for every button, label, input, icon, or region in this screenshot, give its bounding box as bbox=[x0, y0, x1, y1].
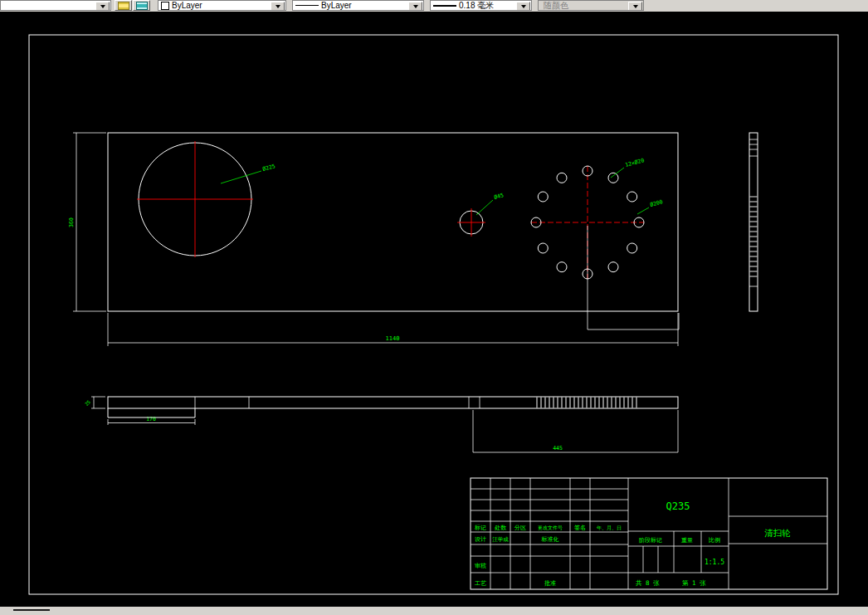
tb-count: 处数 bbox=[495, 525, 507, 531]
color-value: ByLayer bbox=[172, 1, 202, 10]
section-view bbox=[108, 397, 678, 417]
lineweight-preview-icon bbox=[433, 5, 456, 7]
extension-lines bbox=[588, 226, 679, 329]
layer-stack-icon bbox=[118, 2, 129, 10]
chevron-down-icon[interactable] bbox=[408, 2, 422, 11]
callout-bolt-holes: 12×Ø20 bbox=[624, 157, 645, 168]
color-swatch-icon bbox=[161, 2, 169, 10]
layers-icon bbox=[136, 2, 148, 10]
chevron-down-icon[interactable] bbox=[628, 2, 642, 11]
make-object-layer-current-button[interactable] bbox=[115, 0, 132, 11]
tb-designer: 汪学成 bbox=[492, 536, 509, 543]
small-circle bbox=[457, 208, 485, 237]
layer-control[interactable] bbox=[0, 0, 111, 11]
tb-check: 审核 bbox=[475, 563, 486, 569]
chevron-down-icon[interactable] bbox=[95, 2, 110, 11]
linetype-preview-icon bbox=[295, 5, 319, 6]
tb-standardization: 标准化 bbox=[541, 536, 559, 543]
scrollbar-fragment[interactable] bbox=[13, 609, 50, 611]
chevron-down-icon[interactable] bbox=[516, 2, 530, 11]
tb-sheet-number: 第 1 张 bbox=[682, 579, 706, 587]
color-control[interactable]: ByLayer bbox=[158, 0, 286, 11]
lineweight-control[interactable]: 0.18 毫米 bbox=[430, 0, 532, 11]
dim-overall-length: 1140 bbox=[386, 335, 400, 342]
tb-part-name: 清扫轮 bbox=[764, 528, 791, 538]
drawing-canvas[interactable]: 1140 360 170 445 25 Ø225 Ø45 12×Ø20 Ø200 bbox=[0, 12, 868, 607]
large-circle bbox=[137, 141, 253, 257]
tb-mark: 标记 bbox=[474, 525, 486, 531]
tb-approve: 批准 bbox=[544, 580, 556, 587]
chevron-down-icon[interactable] bbox=[271, 2, 285, 11]
tb-design: 设计 bbox=[475, 536, 486, 543]
callout-small-hole: Ø45 bbox=[493, 192, 504, 201]
tb-stage-mark: 阶段标记 bbox=[639, 537, 662, 544]
tb-weight: 重量 bbox=[681, 537, 693, 544]
tb-change-no: 更改文件号 bbox=[538, 525, 563, 530]
tb-scale-label: 比例 bbox=[709, 537, 720, 544]
linetype-control[interactable]: ByLayer bbox=[292, 0, 424, 11]
properties-toolbar: ByLayer ByLayer 0.18 毫米 随颜色 bbox=[0, 0, 868, 12]
main-view bbox=[108, 133, 679, 329]
side-view bbox=[749, 133, 758, 311]
plot-style-control[interactable]: 随颜色 bbox=[538, 0, 644, 11]
callout-leaders: Ø225 Ø45 12×Ø20 Ø200 bbox=[221, 157, 664, 215]
tb-scale-value: 1:1.5 bbox=[705, 559, 724, 566]
tb-process: 工艺 bbox=[475, 580, 486, 587]
tb-date: 年、月、日 bbox=[597, 525, 622, 531]
callout-large-hole: Ø225 bbox=[261, 163, 276, 173]
status-strip bbox=[0, 607, 868, 615]
linetype-value: ByLayer bbox=[321, 1, 352, 10]
drawing-frame bbox=[29, 35, 838, 594]
lineweight-value: 0.18 毫米 bbox=[459, 0, 494, 11]
dim-overall-height: 360 bbox=[68, 217, 75, 227]
tb-sign: 签名 bbox=[574, 525, 586, 531]
layer-previous-button[interactable] bbox=[133, 0, 150, 11]
title-block: 标记 处数 分区 更改文件号 签名 年、月、日 设计 汪学成 标准化 审核 工艺… bbox=[471, 478, 827, 589]
dim-step-width: 170 bbox=[146, 416, 156, 422]
tb-zone: 分区 bbox=[514, 525, 526, 531]
plot-style-value: 随颜色 bbox=[544, 0, 568, 11]
tb-material: Q235 bbox=[666, 500, 690, 512]
dim-hub-width: 445 bbox=[553, 445, 563, 451]
tb-sheet-total: 共 8 张 bbox=[636, 579, 660, 587]
dim-thickness: 25 bbox=[84, 399, 91, 407]
callout-bolt-circle: Ø200 bbox=[649, 198, 663, 208]
